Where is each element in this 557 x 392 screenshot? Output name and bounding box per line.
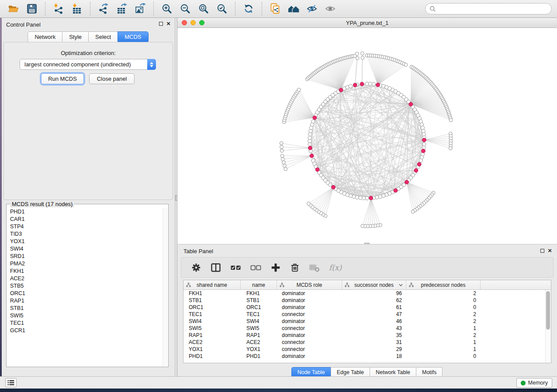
float-panel-icon[interactable]: [159, 22, 163, 26]
select-all-icon[interactable]: [230, 262, 242, 273]
network-leaf-node[interactable]: [361, 56, 364, 59]
network-hub-node[interactable]: [417, 162, 421, 166]
list-item[interactable]: SWI4: [7, 245, 163, 252]
deselect-all-icon[interactable]: [250, 262, 262, 273]
column-header-shared-name[interactable]: shared name: [183, 280, 241, 289]
network-leaf-node[interactable]: [280, 154, 284, 158]
table-row[interactable]: ORC1ORC1dominator610: [183, 304, 551, 311]
network-hub-node[interactable]: [405, 180, 409, 184]
network-leaf-node[interactable]: [449, 147, 452, 150]
mcds-list-scrollbar[interactable]: [163, 208, 168, 366]
table-cell[interactable]: dominator: [277, 297, 342, 303]
table-row[interactable]: STB1STB1dominator620: [183, 297, 551, 304]
table-scrollbar-thumb[interactable]: [546, 291, 550, 330]
import-table-button[interactable]: [70, 2, 84, 16]
table-cell[interactable]: RAP1: [183, 332, 241, 338]
table-cell[interactable]: 46: [342, 318, 406, 324]
network-hub-node[interactable]: [339, 88, 343, 92]
tab-mcds[interactable]: MCDS: [118, 31, 148, 43]
table-cell[interactable]: STB1: [241, 297, 277, 303]
network-leaf-node[interactable]: [356, 56, 359, 60]
network-node[interactable]: [359, 196, 362, 199]
network-window-titlebar[interactable]: YPA_prune.txt_1: [177, 18, 557, 28]
network-hub-node[interactable]: [308, 146, 312, 150]
network-leaf-node[interactable]: [361, 52, 364, 55]
search-input[interactable]: [436, 4, 551, 13]
run-mcds-button[interactable]: Run MCDS: [41, 73, 84, 84]
network-node[interactable]: [355, 196, 359, 199]
network-leaf-node[interactable]: [449, 118, 453, 122]
network-hub-node[interactable]: [376, 83, 380, 87]
table-cell[interactable]: 47: [342, 311, 406, 317]
show-columns-icon[interactable]: [210, 262, 221, 273]
table-cell[interactable]: 18: [342, 353, 406, 359]
table-cell[interactable]: TEC1: [183, 311, 241, 317]
save-session-button[interactable]: [25, 2, 39, 16]
list-item[interactable]: CAR1: [7, 215, 163, 223]
close-panel-icon[interactable]: ×: [166, 21, 170, 26]
network-hub-node[interactable]: [369, 196, 373, 200]
table-cell[interactable]: connector: [277, 311, 342, 317]
table-cell[interactable]: dominator: [277, 290, 342, 296]
network-hub-node[interactable]: [353, 83, 357, 87]
list-item[interactable]: SWI5: [7, 312, 163, 319]
show-details-button[interactable]: [323, 2, 337, 16]
import-network-button[interactable]: [52, 2, 66, 16]
add-column-plus-icon[interactable]: [270, 262, 281, 273]
table-cell[interactable]: connector: [277, 339, 342, 345]
export-table-button[interactable]: [115, 2, 129, 16]
table-row[interactable]: RAP1RAP1dominator352: [183, 332, 551, 339]
table-cell[interactable]: 43: [342, 325, 406, 331]
list-item[interactable]: STP4: [7, 223, 163, 230]
list-item[interactable]: ACE2: [7, 275, 163, 282]
network-node[interactable]: [375, 196, 379, 199]
network-leaf-node[interactable]: [280, 149, 284, 152]
network-leaf-node[interactable]: [361, 224, 364, 228]
network-leaf-node[interactable]: [355, 52, 359, 55]
table-cell[interactable]: YOX1: [241, 346, 277, 352]
list-item[interactable]: TEC1: [7, 319, 163, 327]
table-cell[interactable]: connector: [277, 325, 342, 331]
list-item[interactable]: TID3: [7, 230, 163, 237]
table-cell[interactable]: 0: [406, 304, 481, 310]
search-box[interactable]: [425, 3, 552, 14]
list-item[interactable]: YOX1: [7, 237, 163, 245]
table-cell[interactable]: SWI5: [183, 325, 241, 331]
network-leaf-node[interactable]: [411, 210, 415, 213]
table-cell[interactable]: FKH1: [241, 290, 277, 296]
table-cell[interactable]: 0: [406, 353, 481, 359]
network-node[interactable]: [308, 133, 312, 136]
clone-network-button[interactable]: [268, 2, 282, 16]
list-item[interactable]: GCR1: [7, 327, 163, 334]
network-hub-node[interactable]: [332, 186, 336, 189]
zoom-in-button[interactable]: [160, 2, 174, 16]
table-cell[interactable]: 29: [342, 346, 406, 352]
table-cell[interactable]: 2: [406, 311, 481, 317]
network-leaf-node[interactable]: [282, 161, 285, 164]
table-cell[interactable]: dominator: [277, 318, 342, 324]
network-node[interactable]: [421, 126, 424, 130]
table-cell[interactable]: 96: [342, 290, 406, 296]
network-leaf-node[interactable]: [280, 141, 283, 145]
select-stepper[interactable]: [147, 59, 156, 70]
list-item[interactable]: PHD1: [7, 208, 163, 215]
network-node[interactable]: [309, 129, 312, 133]
table-cell[interactable]: 0: [406, 297, 481, 303]
network-hub-node[interactable]: [313, 116, 317, 120]
network-leaf-node[interactable]: [284, 167, 287, 171]
network-hub-node[interactable]: [315, 168, 319, 172]
table-cell[interactable]: connector: [277, 346, 342, 352]
table-cell[interactable]: dominator: [277, 304, 342, 310]
zoom-selected-button[interactable]: [215, 2, 229, 16]
table-cell[interactable]: 1: [406, 346, 481, 352]
network-hub-node[interactable]: [409, 102, 413, 106]
network-node[interactable]: [311, 120, 315, 123]
open-session-button[interactable]: [7, 2, 21, 16]
table-scrollbar[interactable]: [545, 290, 551, 363]
network-hub-node[interactable]: [360, 82, 364, 86]
table-row[interactable]: FKH1FKH1dominator962: [183, 290, 551, 297]
network-leaf-node[interactable]: [307, 202, 310, 205]
optimization-criterion-select[interactable]: largest connected component (undirected): [20, 59, 156, 70]
table-cell[interactable]: 2: [406, 332, 481, 338]
table-row[interactable]: ACE2ACE2connector311: [183, 339, 551, 346]
